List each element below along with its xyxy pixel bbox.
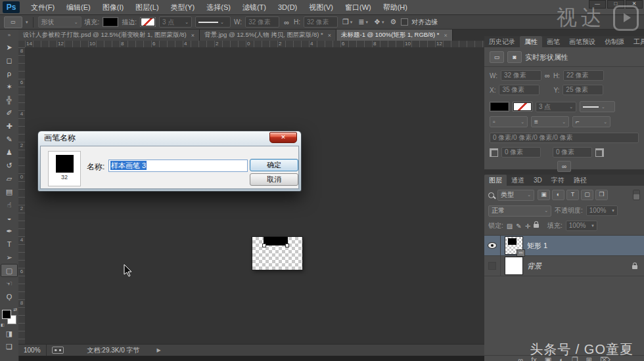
hand-tool[interactable]: ☜ bbox=[1, 277, 18, 290]
layer-name[interactable]: 矩形 1 bbox=[527, 241, 547, 251]
menu-item[interactable]: 滤镜(T) bbox=[237, 0, 272, 14]
menu-item[interactable]: 图像(I) bbox=[97, 0, 129, 14]
document-tab[interactable]: 设计人参被粒子打散.psd @ 12.5%(渐变映射 1, 图层蒙版/8) × bbox=[18, 30, 200, 41]
menu-item[interactable]: 类型(Y) bbox=[165, 0, 201, 14]
eyedropper-tool[interactable]: ✐ bbox=[1, 106, 18, 119]
stroke-type-select[interactable]: ⌄ bbox=[195, 16, 231, 28]
panel-tab[interactable]: 字符 bbox=[547, 175, 569, 186]
panel-tab[interactable]: 工具预设 bbox=[629, 36, 644, 47]
layer-row-rectangle-1[interactable]: ▭ 矩形 1 bbox=[484, 236, 644, 256]
link-wh-icon[interactable]: ∞ bbox=[545, 72, 550, 79]
layer-row-background[interactable]: 背景 bbox=[484, 256, 644, 276]
layer-name[interactable]: 背景 bbox=[527, 261, 541, 271]
panel-tab[interactable]: 路径 bbox=[569, 175, 591, 186]
tool-mode-select[interactable]: 形状 ⌄ bbox=[38, 16, 81, 28]
path-alignment-button[interactable]: ≣▾ bbox=[357, 18, 369, 26]
menu-item[interactable]: 窗口(W) bbox=[339, 0, 377, 14]
shape-stroke-type-select[interactable]: ⌄ bbox=[580, 101, 615, 112]
lock-position-icon[interactable]: ✛ bbox=[525, 223, 530, 230]
eye-hidden-icon[interactable] bbox=[488, 262, 496, 270]
tool-preset-icon[interactable]: ▭ bbox=[4, 16, 22, 28]
gradient-tool[interactable]: ▤ bbox=[1, 185, 18, 198]
menu-item[interactable]: 图层(L) bbox=[129, 0, 164, 14]
filter-toggle-switch[interactable] bbox=[633, 190, 640, 200]
live-shape-icon[interactable]: ▭ bbox=[490, 51, 504, 63]
link-layers-icon[interactable]: ∞ bbox=[518, 356, 523, 361]
rectangle-tool[interactable]: ▢ bbox=[1, 264, 18, 277]
align-edges-checkbox[interactable] bbox=[401, 18, 408, 26]
filter-shape-icon[interactable]: ▢ bbox=[581, 190, 593, 200]
toolbar-collapse-button[interactable]: » bbox=[0, 30, 19, 41]
stroke-option-select[interactable]: ≡ ⌄ bbox=[531, 116, 569, 127]
zoom-level-field[interactable]: 100% bbox=[18, 345, 47, 356]
document-canvas[interactable] bbox=[252, 237, 302, 270]
shape-w-field[interactable]: 32 像素 bbox=[501, 70, 541, 81]
filter-type-icon[interactable]: T bbox=[566, 190, 579, 200]
stroke-width-select[interactable]: 3 点 ⌄ bbox=[159, 16, 192, 28]
menu-item[interactable]: 视图(V) bbox=[303, 0, 339, 14]
path-selection-tool[interactable]: ➢ bbox=[1, 251, 18, 264]
menu-item[interactable]: 选择(S) bbox=[200, 0, 237, 14]
layer-filter-select[interactable]: 类型 ⌄ bbox=[497, 190, 534, 201]
foreground-color-swatch[interactable] bbox=[2, 310, 11, 319]
rectangle-shape[interactable] bbox=[264, 237, 288, 245]
path-arrangement-button[interactable]: ❖▾ bbox=[373, 18, 385, 26]
menu-item[interactable]: 编辑(E) bbox=[60, 0, 97, 14]
shape-height-field[interactable]: 32 像素 bbox=[304, 16, 338, 28]
corner-radius-field[interactable]: 0 像素 bbox=[501, 147, 541, 158]
dialog-close-button[interactable]: ✕ bbox=[269, 132, 297, 143]
menu-item[interactable]: 帮助(H) bbox=[377, 0, 413, 14]
lock-transparency-icon[interactable]: ▨ bbox=[507, 223, 513, 230]
shape-width-field[interactable]: 32 像素 bbox=[245, 16, 279, 28]
eye-icon[interactable] bbox=[488, 243, 496, 248]
layer-thumbnail[interactable]: ▭ bbox=[505, 237, 522, 254]
tab-close-icon[interactable]: × bbox=[191, 32, 195, 39]
lasso-tool[interactable]: ρ bbox=[1, 67, 18, 80]
panel-tab[interactable]: 属性 bbox=[520, 36, 542, 47]
move-tool[interactable]: ➤ bbox=[1, 41, 18, 54]
corner-radius-field[interactable]: 0 像素 bbox=[553, 147, 592, 158]
lock-pixels-icon[interactable]: ✎ bbox=[516, 223, 521, 230]
clone-stamp-tool[interactable]: ♟ bbox=[1, 146, 18, 159]
magic-wand-tool[interactable]: ✶ bbox=[1, 80, 18, 93]
shape-stroke-swatch[interactable] bbox=[513, 102, 532, 112]
mask-properties-icon[interactable]: ◙ bbox=[507, 51, 522, 63]
anchor-point[interactable] bbox=[285, 244, 289, 247]
path-operations-button[interactable]: ❐▾ bbox=[341, 18, 354, 26]
filter-smart-object-icon[interactable]: ❐ bbox=[595, 190, 608, 200]
cancel-button[interactable]: 取消 bbox=[250, 173, 298, 186]
smudge-tool[interactable]: ☝ bbox=[1, 198, 18, 211]
layer-thumbnail[interactable] bbox=[505, 257, 522, 274]
shape-x-field[interactable]: 35 像素 bbox=[499, 85, 540, 95]
visibility-cell[interactable] bbox=[484, 256, 501, 276]
panel-tab[interactable]: 图层 bbox=[484, 175, 507, 186]
pen-tool[interactable]: ✒ bbox=[1, 224, 18, 238]
eraser-tool[interactable]: ▱ bbox=[1, 172, 18, 185]
default-colors-icon[interactable]: ◧ bbox=[1, 322, 5, 327]
geometry-options-button[interactable]: ⚙ bbox=[388, 18, 398, 26]
status-expand-icon[interactable]: ▶ bbox=[157, 347, 161, 353]
fill-swatch[interactable] bbox=[103, 17, 118, 27]
document-tab[interactable]: 背景.jpg @ 12.5%(人物 拷贝, 图层蒙版/8) * × bbox=[200, 30, 336, 41]
lock-all-icon[interactable] bbox=[534, 224, 539, 228]
marquee-tool[interactable]: ◻ bbox=[1, 54, 18, 67]
ok-button[interactable]: 确定 bbox=[250, 159, 298, 171]
tab-close-icon[interactable]: × bbox=[328, 32, 331, 39]
document-tab[interactable]: 未标题-1 @ 100%(矩形 1, RGB/8) * × bbox=[336, 30, 453, 41]
quick-mask-button[interactable]: ◨ bbox=[1, 327, 18, 340]
menu-item[interactable]: 3D(D) bbox=[272, 0, 303, 14]
stroke-swatch[interactable] bbox=[140, 17, 156, 27]
panel-tab[interactable]: 3D bbox=[529, 175, 547, 186]
panel-tab[interactable]: 仿制源 bbox=[600, 36, 629, 47]
tab-close-icon[interactable]: × bbox=[444, 32, 448, 39]
zoom-tool[interactable]: Ǫ bbox=[1, 290, 18, 303]
link-dimensions-icon[interactable]: ∞ bbox=[283, 18, 290, 26]
fill-opacity-field[interactable]: 100% ▾ bbox=[566, 221, 597, 231]
visibility-cell[interactable] bbox=[484, 236, 501, 255]
anchor-point[interactable] bbox=[262, 244, 266, 247]
brush-name-input[interactable]: 样本画笔 3 bbox=[108, 159, 248, 172]
blend-mode-select[interactable]: 正常 ⌄ bbox=[488, 205, 551, 217]
tool-preset-caret-icon[interactable]: ▾ bbox=[26, 20, 28, 25]
opacity-field[interactable]: 100% ▾ bbox=[586, 205, 618, 216]
type-tool[interactable]: T bbox=[1, 238, 18, 251]
